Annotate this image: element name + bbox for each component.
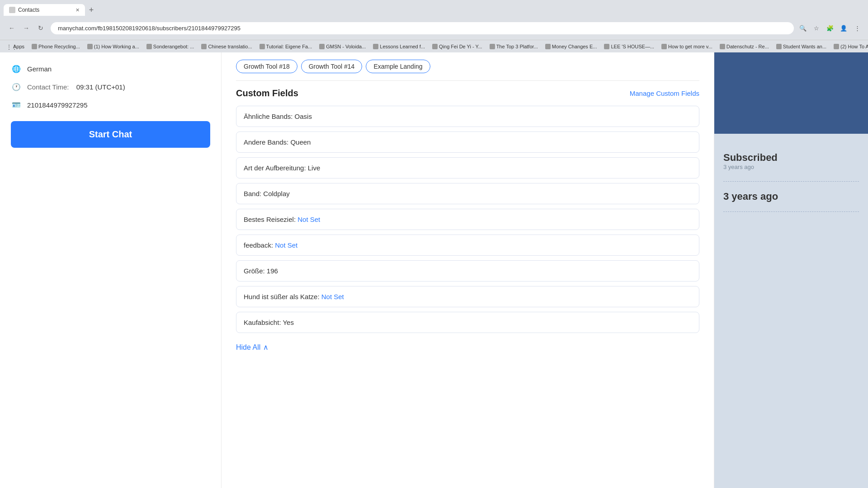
subscriber-id-row: 🪪 2101844979927295 bbox=[11, 99, 210, 110]
tab-close-button[interactable]: ✕ bbox=[75, 7, 80, 13]
custom-field-text: Bestes Reiseziel: bbox=[244, 216, 297, 223]
custom-field-hund[interactable]: Hund ist süßer als Katze: Not Set bbox=[236, 286, 699, 307]
id-icon: 🪪 bbox=[11, 99, 22, 110]
contact-time-label: Contact Time: bbox=[27, 83, 71, 91]
bookmark-sonderangebot[interactable]: Sonderangebot: ... bbox=[144, 43, 197, 50]
bookmark-label: Lessons Learned f... bbox=[380, 44, 425, 49]
bookmark-label: Money Changes E... bbox=[552, 44, 597, 49]
tab-favicon bbox=[9, 7, 15, 13]
bookmark-label: Student Wants an... bbox=[783, 44, 826, 49]
bookmark-how-working[interactable]: (1) How Working a... bbox=[85, 43, 142, 50]
bookmark-favicon bbox=[545, 44, 551, 49]
bookmark-student[interactable]: Student Wants an... bbox=[774, 43, 829, 50]
back-button[interactable]: ← bbox=[5, 22, 18, 34]
custom-field-text: Ähnliche Bands: Oasis bbox=[244, 113, 312, 120]
language-icon: 🌐 bbox=[11, 63, 22, 74]
hide-all-row[interactable]: Hide All ∧ bbox=[236, 338, 699, 357]
bookmark-money[interactable]: Money Changes E... bbox=[542, 43, 600, 50]
start-chat-button[interactable]: Start Chat bbox=[11, 121, 210, 148]
tab-bar: Contacts ✕ + bbox=[0, 0, 868, 16]
custom-field-text: Art der Aufbereitung: Live bbox=[244, 164, 320, 172]
custom-field-not-set: Not Set bbox=[321, 293, 344, 300]
bookmarks-bar: ⋮⋮ Apps Phone Recycling... (1) How Worki… bbox=[0, 40, 868, 52]
bookmark-favicon bbox=[259, 44, 265, 49]
browser-actions: 🔍 ☆ 🧩 👤 ⋮ bbox=[797, 23, 863, 33]
language-row: 🌐 German bbox=[11, 63, 210, 74]
custom-field-aehnliche[interactable]: Ähnliche Bands: Oasis bbox=[236, 106, 699, 127]
left-sidebar: 🌐 German 🕐 Contact Time: 09:31 (UTC+01) … bbox=[0, 52, 222, 488]
extensions-button[interactable]: 🧩 bbox=[825, 23, 835, 33]
bookmark-how-get[interactable]: How to get more v... bbox=[659, 43, 715, 50]
bookmark-label: GMSN - Voloida... bbox=[326, 44, 366, 49]
custom-field-groesse[interactable]: Größe: 196 bbox=[236, 260, 699, 282]
subscribed-status: Subscribed bbox=[723, 152, 859, 164]
tag-example-landing[interactable]: Example Landing bbox=[366, 60, 430, 73]
bookmark-lessons[interactable]: Lessons Learned f... bbox=[370, 43, 428, 50]
bookmark-lee[interactable]: LEE 'S HOUSE—... bbox=[601, 43, 657, 50]
bookmark-label: How to get more v... bbox=[668, 44, 712, 49]
custom-field-art[interactable]: Art der Aufbereitung: Live bbox=[236, 157, 699, 178]
refresh-button[interactable]: ↻ bbox=[34, 22, 47, 34]
right-panel: Subscribed 3 years ago 3 years ago bbox=[714, 52, 868, 488]
bookmark-favicon bbox=[32, 44, 37, 49]
language-value: German bbox=[27, 65, 52, 73]
bookmark-gmsn[interactable]: GMSN - Voloida... bbox=[316, 43, 368, 50]
custom-field-feedback[interactable]: feedback: Not Set bbox=[236, 235, 699, 256]
bookmark-tutorial[interactable]: Tutorial: Eigene Fa... bbox=[257, 43, 315, 50]
custom-field-band[interactable]: Band: Coldplay bbox=[236, 183, 699, 204]
apps-icon: ⋮⋮ bbox=[6, 44, 12, 49]
right-panel-body: Subscribed 3 years ago 3 years ago bbox=[714, 134, 868, 488]
browser-chrome: Contacts ✕ + ← → ↻ 🔍 ☆ 🧩 👤 ⋮ bbox=[0, 0, 868, 40]
last-seen-time: 3 years ago bbox=[723, 191, 859, 202]
tag-growth-tool-18[interactable]: Growth Tool #18 bbox=[236, 60, 297, 73]
custom-field-text: Kaufabsicht: Yes bbox=[244, 319, 294, 326]
bookmark-datenschutz[interactable]: Datenschutz - Re... bbox=[717, 43, 772, 50]
url-input[interactable] bbox=[51, 22, 794, 34]
custom-fields-header: Custom Fields Manage Custom Fields bbox=[236, 88, 699, 99]
bookmark-label: Datenschutz - Re... bbox=[726, 44, 769, 49]
zoom-button[interactable]: 🔍 bbox=[797, 23, 808, 33]
bookmark-favicon bbox=[834, 44, 839, 49]
main-layout: 🌐 German 🕐 Contact Time: 09:31 (UTC+01) … bbox=[0, 52, 868, 488]
bookmark-favicon bbox=[201, 44, 207, 49]
nav-buttons: ← → ↻ bbox=[5, 22, 47, 34]
menu-button[interactable]: ⋮ bbox=[852, 23, 863, 33]
right-panel-top-banner bbox=[714, 52, 868, 134]
bookmark-favicon bbox=[146, 44, 152, 49]
center-content: Growth Tool #18 Growth Tool #14 Example … bbox=[222, 52, 714, 488]
tab-label: Contacts bbox=[18, 7, 39, 13]
tag-growth-tool-14[interactable]: Growth Tool #14 bbox=[301, 60, 363, 73]
bookmark-favicon bbox=[776, 44, 782, 49]
bookmark-chinese[interactable]: Chinese translatio... bbox=[198, 43, 255, 50]
account-button[interactable]: 👤 bbox=[838, 23, 849, 33]
bookmark-button[interactable]: ☆ bbox=[811, 23, 822, 33]
custom-fields-title: Custom Fields bbox=[236, 88, 298, 99]
bookmark-label: Qing Fei De Yi - Y... bbox=[439, 44, 482, 49]
subscribed-time: 3 years ago bbox=[723, 164, 859, 170]
bookmark-how-add[interactable]: (2) How To Add ... bbox=[831, 43, 868, 50]
custom-field-text: Größe: 196 bbox=[244, 267, 278, 275]
new-tab-button[interactable]: + bbox=[85, 4, 98, 16]
bookmark-favicon bbox=[661, 44, 667, 49]
custom-field-text: Hund ist süßer als Katze: bbox=[244, 293, 321, 300]
bookmark-label: (1) How Working a... bbox=[94, 44, 139, 49]
hide-all-label: Hide All bbox=[236, 343, 260, 352]
manage-custom-fields-link[interactable]: Manage Custom Fields bbox=[630, 89, 699, 97]
bookmark-label: Phone Recycling... bbox=[38, 44, 80, 49]
contacts-tab[interactable]: Contacts ✕ bbox=[4, 4, 85, 16]
custom-field-reiseziel[interactable]: Bestes Reiseziel: Not Set bbox=[236, 209, 699, 230]
custom-field-andere[interactable]: Andere Bands: Queen bbox=[236, 131, 699, 153]
last-seen-section: 3 years ago bbox=[723, 182, 859, 212]
bookmark-phone-recycling[interactable]: Phone Recycling... bbox=[29, 43, 83, 50]
bookmark-qing[interactable]: Qing Fei De Yi - Y... bbox=[429, 43, 485, 50]
forward-button[interactable]: → bbox=[20, 22, 33, 34]
subscriber-id-value: 2101844979927295 bbox=[27, 101, 87, 109]
address-bar: ← → ↻ 🔍 ☆ 🧩 👤 ⋮ bbox=[0, 16, 868, 40]
custom-field-kaufabsicht[interactable]: Kaufabsicht: Yes bbox=[236, 312, 699, 333]
chevron-up-icon: ∧ bbox=[263, 343, 269, 352]
subscribed-section: Subscribed 3 years ago bbox=[723, 143, 859, 182]
custom-field-text: feedback: bbox=[244, 241, 275, 249]
bookmark-top3[interactable]: The Top 3 Platfor... bbox=[487, 43, 541, 50]
bookmark-apps-label: Apps bbox=[13, 44, 24, 49]
bookmark-apps[interactable]: ⋮⋮ Apps bbox=[4, 43, 27, 50]
